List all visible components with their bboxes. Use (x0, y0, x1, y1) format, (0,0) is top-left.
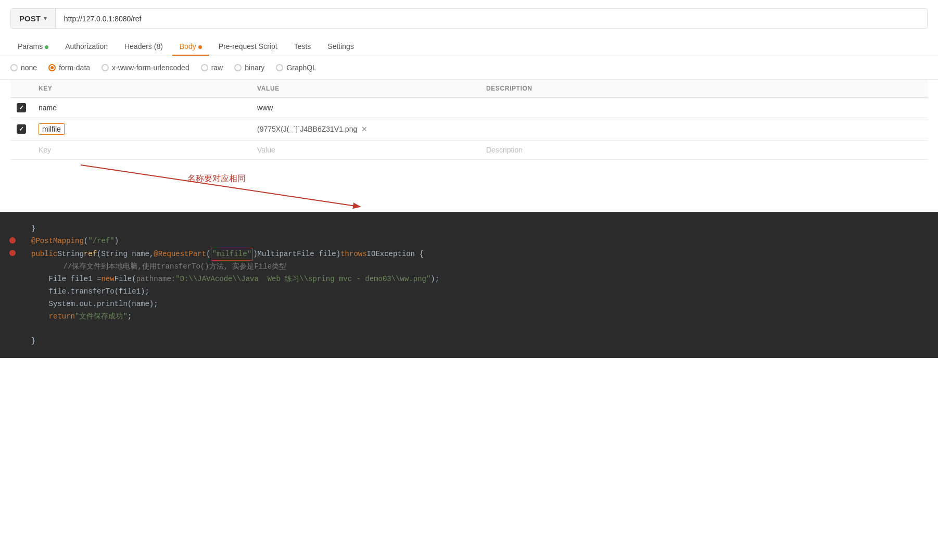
row1-desc-cell (480, 98, 928, 118)
row3-value-placeholder: Value (257, 146, 275, 154)
breakpoint-icon (9, 237, 16, 244)
table-row: ✓ milfile (9775X(J(_`]`J4BB6Z31V1.png ✕ (10, 118, 928, 141)
row3-check-cell (10, 141, 32, 160)
radio-urlencoded[interactable]: x-www-form-urlencoded (102, 63, 189, 72)
code-line-2: @PostMapping("/ref") (31, 235, 928, 248)
row1-key-value: name (39, 104, 57, 112)
tab-authorization[interactable]: Authorization (58, 37, 115, 56)
row3-key-cell: Key (32, 141, 251, 160)
body-type-radio-group: none form-data x-www-form-urlencoded raw… (0, 56, 938, 80)
radio-circle-binary (234, 64, 242, 71)
tab-headers[interactable]: Headers (8) (117, 37, 170, 56)
row1-checkbox[interactable]: ✓ (17, 103, 26, 112)
code-line-9 (31, 323, 928, 335)
code-line-5: File file1 = new File( pathname: "D:\\JA… (31, 273, 928, 286)
file-tag: (9775X(J(_`]`J4BB6Z31V1.png ✕ (257, 125, 474, 133)
chevron-down-icon: ▾ (44, 15, 47, 22)
row1-value: www (257, 104, 273, 112)
body-dot (198, 45, 202, 49)
row1-value-cell: www (251, 98, 480, 118)
row1-check-cell: ✓ (10, 98, 32, 118)
col-header-key: KEY (32, 80, 251, 98)
annotation-text: 名称要对应相同 (187, 173, 246, 184)
url-input[interactable] (56, 9, 927, 28)
annotation-area: 名称要对应相同 (0, 160, 938, 212)
code-line-7: System.out.println(name); (31, 298, 928, 311)
row1-key-cell: name (32, 98, 251, 118)
table-row: Key Value Description (10, 141, 928, 160)
file-name: (9775X(J(_`]`J4BB6Z31V1.png (257, 125, 357, 133)
tab-tests[interactable]: Tests (287, 37, 319, 56)
row3-desc-cell: Description (480, 141, 928, 160)
code-milfile-highlight: "milfile" (211, 248, 253, 261)
code-line-3: public String ref(String name, @RequestP… (31, 248, 928, 261)
row2-key-cell: milfile (32, 118, 251, 141)
radio-form-data[interactable]: form-data (48, 63, 90, 72)
method-select[interactable]: POST ▾ (11, 9, 56, 28)
col-header-description: DESCRIPTION (480, 80, 928, 98)
radio-circle-graphql (276, 64, 283, 71)
row2-key-value: milfile (39, 123, 65, 135)
code-line-10: } (31, 335, 928, 348)
tab-body[interactable]: Body (172, 37, 209, 56)
remove-file-button[interactable]: ✕ (361, 125, 367, 133)
radio-graphql[interactable]: GraphQL (276, 63, 316, 72)
row2-check-cell: ✓ (10, 118, 32, 141)
tab-params[interactable]: Params (10, 37, 56, 56)
method-label: POST (19, 14, 41, 23)
row3-value-cell: Value (251, 141, 480, 160)
radio-circle-raw (201, 64, 208, 71)
row2-desc-cell (480, 118, 928, 141)
code-line-6: file.transferTo(file1); (31, 286, 928, 298)
row3-key-placeholder: Key (39, 146, 51, 154)
breakpoint-icon-2 (9, 250, 16, 256)
radio-none[interactable]: none (10, 63, 37, 72)
svg-line-0 (81, 165, 359, 207)
request-tabs: Params Authorization Headers (8) Body Pr… (0, 37, 938, 56)
radio-circle-none (10, 64, 18, 71)
code-editor: } @PostMapping("/ref") public String ref… (0, 212, 938, 358)
radio-circle-form-data (48, 64, 56, 71)
form-data-table: KEY VALUE DESCRIPTION ✓ name www ✓ milfi… (10, 80, 928, 160)
code-line-8: return "文件保存成功"; (31, 311, 928, 323)
row3-desc-placeholder: Description (486, 146, 523, 154)
row2-checkbox[interactable]: ✓ (17, 124, 26, 134)
tab-settings[interactable]: Settings (320, 37, 361, 56)
col-header-check (10, 80, 32, 98)
radio-binary[interactable]: binary (234, 63, 264, 72)
row2-value-cell: (9775X(J(_`]`J4BB6Z31V1.png ✕ (251, 118, 480, 141)
code-line-1: } (31, 223, 928, 235)
table-row: ✓ name www (10, 98, 928, 118)
tab-pre-request[interactable]: Pre-request Script (211, 37, 285, 56)
radio-circle-urlencoded (102, 64, 109, 71)
col-header-value: VALUE (251, 80, 480, 98)
annotation-arrow-svg (0, 160, 938, 212)
url-bar: POST ▾ (10, 8, 928, 29)
params-dot (45, 45, 48, 49)
code-line-4: //保存文件到本地电脑,使用transferTo()方法, 实参是File类型 (31, 261, 928, 273)
radio-raw[interactable]: raw (201, 63, 223, 72)
